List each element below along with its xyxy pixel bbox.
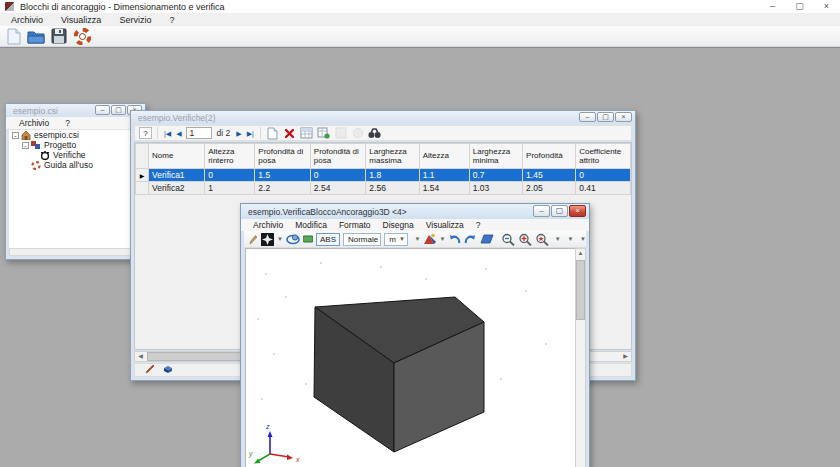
help-lifebuoy-icon[interactable]: [73, 28, 91, 45]
unit-combobox[interactable]: m ▼: [384, 233, 408, 246]
scroll-right-icon[interactable]: ▶: [620, 352, 631, 361]
pencil-icon[interactable]: [249, 233, 258, 246]
scrollbar-thumb[interactable]: [576, 260, 585, 320]
menu-disegna[interactable]: Disegna: [377, 220, 420, 230]
tree-window-titlebar[interactable]: esempio.csi – ▢ ×: [6, 104, 145, 117]
abs-mode-button[interactable]: ABS: [316, 233, 340, 246]
toolbar-overflow-icon[interactable]: ▼: [567, 236, 573, 242]
save-icon[interactable]: [50, 28, 68, 45]
snap-settings-icon[interactable]: [261, 233, 274, 246]
menu-archivio[interactable]: Archivio: [12, 118, 56, 128]
menu-help[interactable]: ?: [470, 220, 487, 230]
table-row-verifica1[interactable]: ▶ Verifica1 0 1.5 0 1.8 1.1 0.7 1.45 0: [136, 169, 631, 182]
table-row-verifica2[interactable]: Verifica2 1 2.2 2.54 2.56 1.54 1.03 2.05…: [136, 182, 631, 195]
menu-visualizza[interactable]: Visualizza: [52, 15, 110, 25]
3d-viewport[interactable]: z y x: [245, 248, 577, 467]
viewer-window-titlebar[interactable]: esempio.VerificaBloccoAncoraggio3D <4> –…: [241, 204, 589, 219]
redo-icon[interactable]: [464, 233, 477, 246]
plane-icon[interactable]: [480, 233, 494, 246]
toolbar-overflow-icon[interactable]: ▼: [555, 236, 561, 242]
maximize-button[interactable]: ▢: [551, 205, 568, 217]
progetto-icon: [31, 141, 41, 150]
menu-archivio[interactable]: Archivio: [2, 15, 52, 25]
find-binoculars-icon[interactable]: [368, 127, 382, 140]
zoom-out-icon[interactable]: [501, 233, 515, 246]
menu-archivio[interactable]: Archivio: [247, 220, 289, 230]
menu-help[interactable]: ?: [58, 118, 77, 128]
minimize-button[interactable]: –: [95, 105, 110, 115]
row-selector: [136, 182, 149, 195]
grid-settings-icon[interactable]: [317, 127, 331, 140]
ucs-icon[interactable]: [423, 233, 436, 246]
delete-record-icon[interactable]: [283, 127, 297, 140]
zoom-extents-icon[interactable]: [518, 233, 532, 246]
new-document-icon[interactable]: [4, 28, 22, 45]
tree-item-label: Verifiche: [53, 150, 86, 160]
collapse-icon[interactable]: -: [22, 142, 29, 149]
help-lifebuoy-icon: [31, 161, 41, 170]
collapse-icon[interactable]: -: [12, 132, 19, 139]
tree-item-progetto[interactable]: - Progetto: [9, 140, 142, 150]
col-coefficiente-attrito[interactable]: Coefficienteattrito: [576, 144, 631, 169]
tree-window-title: esempio.csi: [13, 106, 58, 116]
col-larghezza-massima[interactable]: Larghezzamassima: [366, 144, 419, 169]
project-file-icon: [21, 131, 31, 140]
dropdown-caret-icon[interactable]: ▼: [414, 236, 420, 242]
col-altezza[interactable]: Altezza: [419, 144, 469, 169]
current-row-marker: ▶: [136, 169, 149, 182]
menu-visualizza[interactable]: Visualizza: [420, 220, 470, 230]
edit-grid-icon[interactable]: [300, 127, 314, 140]
col-profondita[interactable]: Profondità: [523, 144, 576, 169]
close-button[interactable]: ×: [569, 205, 586, 217]
orbit-3d-icon[interactable]: [286, 233, 300, 246]
menu-formato[interactable]: Formato: [333, 220, 377, 230]
col-altezza-rinterro[interactable]: Altezzarinterro: [205, 144, 255, 169]
main-toolbar: [0, 26, 840, 47]
viewer-window-title: esempio.VerificaBloccoAncoraggio3D <4>: [248, 207, 407, 217]
new-record-icon[interactable]: [266, 127, 280, 140]
menu-modifica[interactable]: Modifica: [289, 220, 333, 230]
scroll-up-icon[interactable]: ▲: [576, 249, 585, 258]
maximize-button[interactable]: ▢: [111, 105, 126, 115]
style-combobox[interactable]: Normale: [343, 233, 381, 246]
open-folder-icon[interactable]: [27, 28, 45, 45]
last-record-button[interactable]: ▶|: [246, 130, 255, 137]
minimize-button[interactable]: –: [579, 112, 596, 122]
header-row: Nome Altezzarinterro Profondità diposa P…: [136, 144, 631, 169]
minimize-button[interactable]: –: [533, 205, 550, 217]
undo-icon[interactable]: [448, 233, 461, 246]
tree-item-guida[interactable]: Guida all'uso: [9, 160, 142, 170]
col-nome[interactable]: Nome: [148, 144, 204, 169]
first-record-button[interactable]: |◀: [163, 130, 172, 137]
dropdown-caret-icon: ▼: [399, 236, 405, 242]
maximize-button[interactable]: ▢: [786, 0, 813, 13]
col-profondita-posa-2[interactable]: Profondità diposa: [310, 144, 366, 169]
next-record-button[interactable]: ▶: [235, 130, 242, 137]
tree-item-verifiche[interactable]: Verifiche: [9, 150, 142, 160]
previous-record-button[interactable]: ◀: [175, 130, 182, 137]
scroll-left-icon[interactable]: ◀: [135, 352, 146, 361]
tree-window-statusbar: [9, 248, 142, 256]
tree-item-esempio-csi[interactable]: - esempio.csi: [9, 130, 142, 140]
col-profondita-posa-1[interactable]: Profondità diposa: [255, 144, 311, 169]
record-count-label: di 2: [215, 128, 233, 138]
grid-window-titlebar[interactable]: esempio.Verifiche(2) – ▢ ×: [131, 111, 635, 124]
help-button[interactable]: ?: [139, 127, 152, 139]
col-larghezza-minima[interactable]: Larghezzaminima: [469, 144, 522, 169]
maximize-button[interactable]: ▢: [597, 112, 614, 122]
data-table: Nome Altezzarinterro Profondità diposa P…: [135, 143, 631, 195]
viewer-vertical-scrollbar[interactable]: ▲ ▼: [575, 248, 586, 467]
axis-triad: [254, 431, 293, 464]
menu-servizio[interactable]: Servizio: [110, 15, 160, 25]
layer-icon[interactable]: [303, 233, 313, 246]
dropdown-caret-icon[interactable]: ▼: [439, 236, 445, 242]
z-axis-label: z: [265, 423, 270, 430]
dropdown-caret-icon[interactable]: ▼: [277, 236, 283, 242]
toolbar-overflow-icon[interactable]: ▼: [580, 236, 586, 242]
menu-help[interactable]: ?: [160, 15, 183, 25]
minimize-button[interactable]: –: [759, 0, 786, 13]
zoom-window-icon[interactable]: [535, 233, 549, 246]
close-button[interactable]: ×: [615, 112, 632, 122]
current-record-input[interactable]: 1: [186, 127, 212, 139]
close-button[interactable]: ×: [813, 0, 840, 13]
